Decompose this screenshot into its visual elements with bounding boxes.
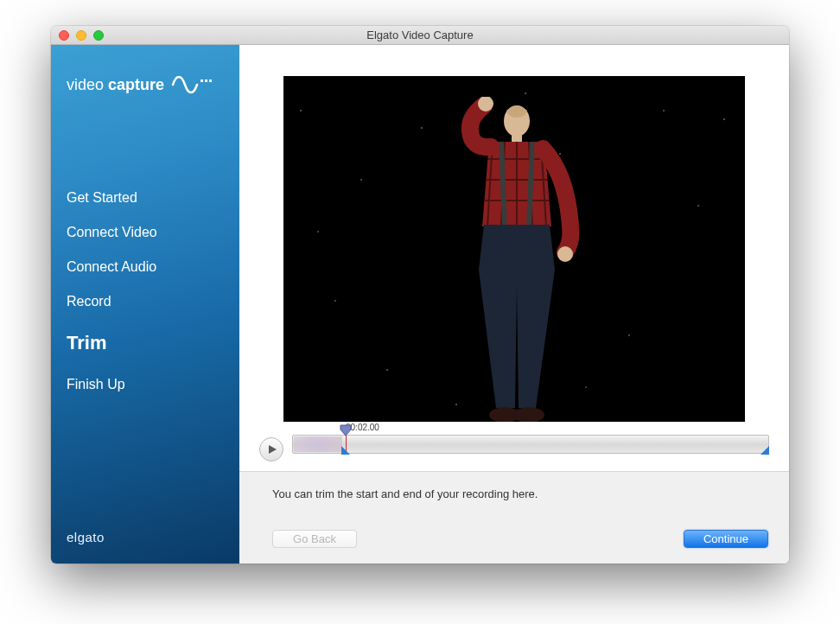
traffic-lights: [51, 30, 104, 41]
minimize-icon[interactable]: [76, 30, 86, 41]
video-preview: [283, 76, 745, 422]
sidebar: video capture Get Started Connect Video …: [51, 45, 239, 564]
close-icon[interactable]: [59, 30, 69, 41]
sidebar-item-trim[interactable]: Trim: [67, 332, 239, 354]
app-logo: video capture: [51, 45, 239, 95]
window-title: Elgato Video Capture: [51, 29, 789, 41]
app-window: Elgato Video Capture video capture: [51, 26, 789, 564]
sidebar-item-finish-up[interactable]: Finish Up: [67, 377, 239, 392]
sidebar-item-record[interactable]: Record: [67, 294, 239, 309]
svg-rect-0: [200, 80, 203, 82]
preview-zone: 00:02.00: [239, 45, 789, 471]
trim-controls: 00:02.00: [259, 432, 769, 456]
svg-rect-4: [512, 133, 522, 142]
sidebar-item-connect-audio[interactable]: Connect Audio: [67, 259, 239, 275]
main-panel: 00:02.00: [239, 45, 789, 564]
go-back-button[interactable]: Go Back: [272, 530, 357, 548]
svg-rect-1: [205, 80, 207, 82]
sidebar-item-connect-video[interactable]: Connect Video: [67, 225, 239, 240]
logo-word-2: capture: [108, 76, 164, 93]
play-icon: [268, 444, 277, 455]
continue-button[interactable]: Continue: [684, 530, 768, 548]
play-button[interactable]: [259, 437, 283, 462]
button-row: Go Back Continue: [272, 530, 768, 548]
svg-rect-2: [209, 80, 212, 82]
timeline-track[interactable]: [292, 435, 769, 454]
clip-thumbnail: [294, 436, 342, 452]
svg-point-16: [513, 407, 544, 422]
logo-text: video capture: [67, 76, 164, 94]
trim-start-handle[interactable]: [341, 446, 350, 455]
footer-panel: You can trim the start and end of your r…: [239, 471, 789, 564]
svg-point-14: [557, 246, 573, 262]
step-nav: Get Started Connect Video Connect Audio …: [51, 190, 239, 392]
titlebar: Elgato Video Capture: [51, 26, 789, 45]
trim-end-handle[interactable]: [760, 446, 769, 455]
brand-label: elgato: [67, 530, 105, 544]
playhead-icon: [340, 424, 352, 436]
sidebar-item-get-started[interactable]: Get Started: [67, 190, 239, 206]
help-text: You can trim the start and end of your r…: [272, 487, 768, 500]
logo-word-1: video: [67, 76, 104, 93]
video-frame-figure: [422, 97, 603, 422]
content: video capture Get Started Connect Video …: [51, 45, 789, 564]
wave-icon: [171, 74, 214, 95]
timeline[interactable]: 00:02.00: [292, 435, 769, 454]
zoom-icon[interactable]: [93, 30, 104, 41]
